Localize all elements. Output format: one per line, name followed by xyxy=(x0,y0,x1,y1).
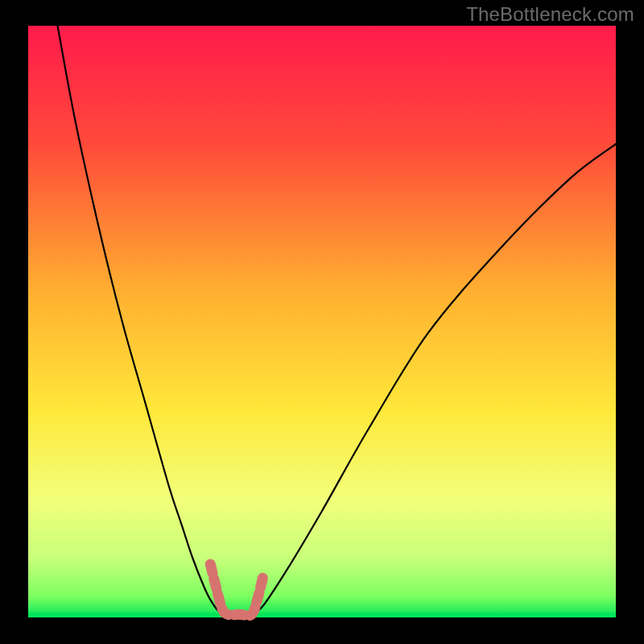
bottleneck-plot xyxy=(0,0,644,644)
watermark-text: TheBottleneck.com xyxy=(466,3,634,26)
chart-frame: TheBottleneck.com xyxy=(0,0,644,644)
plot-background xyxy=(28,26,616,617)
baseline-strip xyxy=(28,613,616,617)
